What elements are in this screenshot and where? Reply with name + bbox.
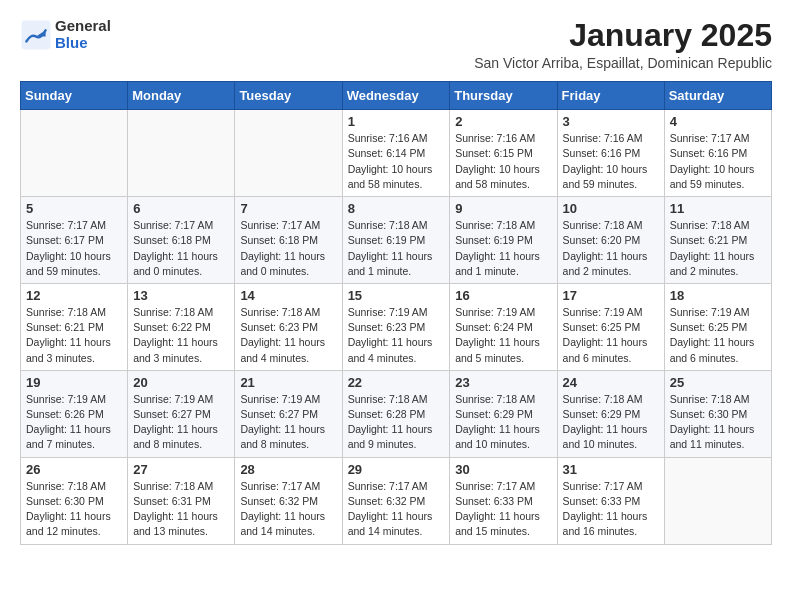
day-info: Sunrise: 7:16 AM Sunset: 6:14 PM Dayligh…: [348, 131, 445, 192]
calendar-day-cell: 10Sunrise: 7:18 AM Sunset: 6:20 PM Dayli…: [557, 197, 664, 284]
day-info: Sunrise: 7:19 AM Sunset: 6:27 PM Dayligh…: [240, 392, 336, 453]
day-number: 16: [455, 288, 551, 303]
month-title: January 2025: [474, 18, 772, 53]
day-number: 2: [455, 114, 551, 129]
day-number: 13: [133, 288, 229, 303]
column-header-wednesday: Wednesday: [342, 82, 450, 110]
calendar-day-cell: 23Sunrise: 7:18 AM Sunset: 6:29 PM Dayli…: [450, 370, 557, 457]
day-number: 28: [240, 462, 336, 477]
calendar-week-row: 5Sunrise: 7:17 AM Sunset: 6:17 PM Daylig…: [21, 197, 772, 284]
calendar-day-cell: 30Sunrise: 7:17 AM Sunset: 6:33 PM Dayli…: [450, 457, 557, 544]
day-number: 4: [670, 114, 766, 129]
day-info: Sunrise: 7:18 AM Sunset: 6:23 PM Dayligh…: [240, 305, 336, 366]
day-info: Sunrise: 7:16 AM Sunset: 6:16 PM Dayligh…: [563, 131, 659, 192]
calendar-week-row: 12Sunrise: 7:18 AM Sunset: 6:21 PM Dayli…: [21, 283, 772, 370]
calendar-day-cell: 29Sunrise: 7:17 AM Sunset: 6:32 PM Dayli…: [342, 457, 450, 544]
day-info: Sunrise: 7:18 AM Sunset: 6:29 PM Dayligh…: [455, 392, 551, 453]
day-number: 25: [670, 375, 766, 390]
day-number: 27: [133, 462, 229, 477]
calendar-day-cell: 12Sunrise: 7:18 AM Sunset: 6:21 PM Dayli…: [21, 283, 128, 370]
calendar-day-cell: 26Sunrise: 7:18 AM Sunset: 6:30 PM Dayli…: [21, 457, 128, 544]
day-number: 11: [670, 201, 766, 216]
calendar-day-cell: 20Sunrise: 7:19 AM Sunset: 6:27 PM Dayli…: [128, 370, 235, 457]
calendar-week-row: 26Sunrise: 7:18 AM Sunset: 6:30 PM Dayli…: [21, 457, 772, 544]
calendar-day-cell: 18Sunrise: 7:19 AM Sunset: 6:25 PM Dayli…: [664, 283, 771, 370]
day-number: 8: [348, 201, 445, 216]
day-number: 19: [26, 375, 122, 390]
day-info: Sunrise: 7:18 AM Sunset: 6:19 PM Dayligh…: [348, 218, 445, 279]
empty-cell: [664, 457, 771, 544]
day-number: 22: [348, 375, 445, 390]
calendar-week-row: 1Sunrise: 7:16 AM Sunset: 6:14 PM Daylig…: [21, 110, 772, 197]
calendar-day-cell: 19Sunrise: 7:19 AM Sunset: 6:26 PM Dayli…: [21, 370, 128, 457]
calendar-day-cell: 21Sunrise: 7:19 AM Sunset: 6:27 PM Dayli…: [235, 370, 342, 457]
day-number: 29: [348, 462, 445, 477]
day-number: 6: [133, 201, 229, 216]
calendar-day-cell: 11Sunrise: 7:18 AM Sunset: 6:21 PM Dayli…: [664, 197, 771, 284]
day-info: Sunrise: 7:18 AM Sunset: 6:19 PM Dayligh…: [455, 218, 551, 279]
day-number: 15: [348, 288, 445, 303]
day-info: Sunrise: 7:17 AM Sunset: 6:18 PM Dayligh…: [240, 218, 336, 279]
day-info: Sunrise: 7:18 AM Sunset: 6:20 PM Dayligh…: [563, 218, 659, 279]
day-number: 1: [348, 114, 445, 129]
day-number: 18: [670, 288, 766, 303]
day-number: 5: [26, 201, 122, 216]
day-info: Sunrise: 7:19 AM Sunset: 6:25 PM Dayligh…: [563, 305, 659, 366]
day-number: 24: [563, 375, 659, 390]
day-info: Sunrise: 7:18 AM Sunset: 6:29 PM Dayligh…: [563, 392, 659, 453]
calendar-day-cell: 1Sunrise: 7:16 AM Sunset: 6:14 PM Daylig…: [342, 110, 450, 197]
logo-blue: Blue: [55, 35, 111, 52]
column-header-sunday: Sunday: [21, 82, 128, 110]
day-info: Sunrise: 7:19 AM Sunset: 6:27 PM Dayligh…: [133, 392, 229, 453]
logo: General Blue: [20, 18, 111, 51]
svg-rect-0: [22, 20, 51, 49]
calendar-day-cell: 2Sunrise: 7:16 AM Sunset: 6:15 PM Daylig…: [450, 110, 557, 197]
day-info: Sunrise: 7:17 AM Sunset: 6:18 PM Dayligh…: [133, 218, 229, 279]
day-info: Sunrise: 7:19 AM Sunset: 6:25 PM Dayligh…: [670, 305, 766, 366]
day-number: 26: [26, 462, 122, 477]
calendar-day-cell: 27Sunrise: 7:18 AM Sunset: 6:31 PM Dayli…: [128, 457, 235, 544]
empty-cell: [21, 110, 128, 197]
day-number: 12: [26, 288, 122, 303]
day-number: 20: [133, 375, 229, 390]
day-info: Sunrise: 7:17 AM Sunset: 6:16 PM Dayligh…: [670, 131, 766, 192]
calendar-day-cell: 5Sunrise: 7:17 AM Sunset: 6:17 PM Daylig…: [21, 197, 128, 284]
day-number: 14: [240, 288, 336, 303]
day-info: Sunrise: 7:19 AM Sunset: 6:23 PM Dayligh…: [348, 305, 445, 366]
day-info: Sunrise: 7:19 AM Sunset: 6:26 PM Dayligh…: [26, 392, 122, 453]
day-info: Sunrise: 7:17 AM Sunset: 6:32 PM Dayligh…: [348, 479, 445, 540]
logo-icon: [20, 19, 52, 51]
page-header: General Blue January 2025 San Victor Arr…: [20, 18, 772, 71]
location-subtitle: San Victor Arriba, Espaillat, Dominican …: [474, 55, 772, 71]
calendar-header-row: SundayMondayTuesdayWednesdayThursdayFrid…: [21, 82, 772, 110]
day-number: 9: [455, 201, 551, 216]
day-info: Sunrise: 7:17 AM Sunset: 6:33 PM Dayligh…: [455, 479, 551, 540]
column-header-thursday: Thursday: [450, 82, 557, 110]
calendar-day-cell: 22Sunrise: 7:18 AM Sunset: 6:28 PM Dayli…: [342, 370, 450, 457]
day-info: Sunrise: 7:18 AM Sunset: 6:31 PM Dayligh…: [133, 479, 229, 540]
calendar-day-cell: 15Sunrise: 7:19 AM Sunset: 6:23 PM Dayli…: [342, 283, 450, 370]
day-number: 21: [240, 375, 336, 390]
title-block: January 2025 San Victor Arriba, Espailla…: [474, 18, 772, 71]
calendar-day-cell: 8Sunrise: 7:18 AM Sunset: 6:19 PM Daylig…: [342, 197, 450, 284]
day-info: Sunrise: 7:17 AM Sunset: 6:33 PM Dayligh…: [563, 479, 659, 540]
day-number: 10: [563, 201, 659, 216]
day-info: Sunrise: 7:18 AM Sunset: 6:22 PM Dayligh…: [133, 305, 229, 366]
day-info: Sunrise: 7:18 AM Sunset: 6:21 PM Dayligh…: [26, 305, 122, 366]
calendar-week-row: 19Sunrise: 7:19 AM Sunset: 6:26 PM Dayli…: [21, 370, 772, 457]
day-info: Sunrise: 7:18 AM Sunset: 6:30 PM Dayligh…: [670, 392, 766, 453]
calendar-day-cell: 17Sunrise: 7:19 AM Sunset: 6:25 PM Dayli…: [557, 283, 664, 370]
calendar-day-cell: 13Sunrise: 7:18 AM Sunset: 6:22 PM Dayli…: [128, 283, 235, 370]
column-header-saturday: Saturday: [664, 82, 771, 110]
calendar-day-cell: 24Sunrise: 7:18 AM Sunset: 6:29 PM Dayli…: [557, 370, 664, 457]
day-number: 30: [455, 462, 551, 477]
day-number: 17: [563, 288, 659, 303]
empty-cell: [235, 110, 342, 197]
column-header-friday: Friday: [557, 82, 664, 110]
calendar-table: SundayMondayTuesdayWednesdayThursdayFrid…: [20, 81, 772, 544]
day-info: Sunrise: 7:18 AM Sunset: 6:30 PM Dayligh…: [26, 479, 122, 540]
calendar-day-cell: 9Sunrise: 7:18 AM Sunset: 6:19 PM Daylig…: [450, 197, 557, 284]
column-header-monday: Monday: [128, 82, 235, 110]
calendar-day-cell: 14Sunrise: 7:18 AM Sunset: 6:23 PM Dayli…: [235, 283, 342, 370]
day-info: Sunrise: 7:18 AM Sunset: 6:28 PM Dayligh…: [348, 392, 445, 453]
